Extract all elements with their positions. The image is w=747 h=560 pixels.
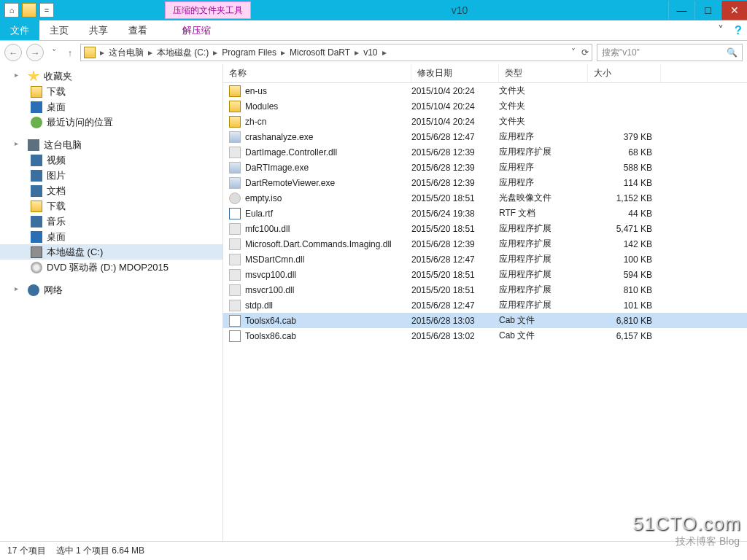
file-type: 应用程序扩展 xyxy=(499,268,588,281)
file-icon xyxy=(229,116,241,128)
file-row[interactable]: crashanalyze.exe2015/6/28 12:47应用程序379 K… xyxy=(223,129,747,144)
file-icon xyxy=(229,85,241,97)
file-size: 6,157 KB xyxy=(588,331,661,341)
file-date: 2015/5/20 18:51 xyxy=(411,285,499,295)
file-name: mfc100u.dll xyxy=(245,224,290,234)
file-row[interactable]: Eula.rtf2015/6/24 19:38RTF 文档44 KB xyxy=(223,206,747,221)
file-name: DaRTImage.exe xyxy=(245,163,309,173)
close-button[interactable]: ✕ xyxy=(721,1,747,20)
file-row[interactable]: en-us2015/10/4 20:24文件夹 xyxy=(223,83,747,98)
search-box[interactable]: 搜索"v10" 🔍 xyxy=(597,44,743,61)
col-type[interactable]: 类型 xyxy=(499,64,588,82)
titlebar: ⌂ = 压缩的文件夹工具 v10 — □ ✕ xyxy=(0,0,747,20)
folder-icon xyxy=(31,201,42,212)
documents-icon xyxy=(31,185,42,197)
file-row[interactable]: empty.iso2015/5/20 18:51光盘映像文件1,152 KB xyxy=(223,190,747,206)
file-row[interactable]: Microsoft.Dart.Commands.Imaging.dll2015/… xyxy=(223,236,747,252)
file-row[interactable]: stdp.dll2015/6/28 12:47应用程序扩展101 KB xyxy=(223,298,747,313)
file-icon xyxy=(229,269,241,281)
history-dropdown[interactable]: ˅ xyxy=(48,44,60,61)
file-size: 44 KB xyxy=(588,209,661,219)
file-icon xyxy=(229,284,241,296)
file-type: 应用程序 xyxy=(499,161,588,174)
back-button[interactable]: ← xyxy=(4,44,22,61)
nav-thispc[interactable]: ▸这台电脑 xyxy=(0,137,222,152)
nav-downloads2[interactable]: 下载 xyxy=(0,198,222,214)
ribbon-tab-share[interactable]: 共享 xyxy=(79,20,118,40)
file-row[interactable]: msvcp100.dll2015/5/20 18:51应用程序扩展594 KB xyxy=(223,267,747,282)
col-name[interactable]: 名称 xyxy=(223,64,411,82)
file-row[interactable]: DartImage.Controller.dll2015/6/28 12:39应… xyxy=(223,144,747,160)
file-row[interactable]: msvcr100.dll2015/5/20 18:51应用程序扩展810 KB xyxy=(223,282,747,298)
ribbon: 文件 主页 共享 查看 解压缩 ˅ ? xyxy=(0,20,747,41)
desktop-icon xyxy=(31,231,42,243)
nav-network[interactable]: ▸网络 xyxy=(0,282,222,298)
file-type: 应用程序扩展 xyxy=(499,146,588,158)
address-bar[interactable]: ▸ 这台电脑▸ 本地磁盘 (C:)▸ Program Files▸ Micros… xyxy=(80,44,592,61)
file-date: 2015/6/28 12:39 xyxy=(411,163,499,173)
file-name: Toolsx64.cab xyxy=(245,316,296,326)
nav-desktop2[interactable]: 桌面 xyxy=(0,229,222,244)
breadcrumb-seg[interactable]: Program Files xyxy=(219,47,279,58)
file-size: 68 KB xyxy=(588,147,661,158)
file-size: 100 KB xyxy=(588,254,661,265)
ribbon-tab-home[interactable]: 主页 xyxy=(39,20,79,40)
address-dropdown-icon[interactable]: ˅ xyxy=(571,47,576,58)
file-icon xyxy=(229,192,241,204)
file-icon xyxy=(229,177,241,189)
qat-item[interactable]: = xyxy=(39,3,54,18)
qat-folder-icon[interactable] xyxy=(22,3,36,18)
nav-documents[interactable]: 文档 xyxy=(0,183,222,198)
file-type: 应用程序扩展 xyxy=(499,284,588,296)
file-name: Modules xyxy=(245,101,278,112)
file-row[interactable]: Toolsx86.cab2015/6/28 13:02Cab 文件6,157 K… xyxy=(223,328,747,343)
file-icon xyxy=(229,223,241,235)
help-button[interactable]: ? xyxy=(729,20,747,40)
refresh-icon[interactable]: ⟳ xyxy=(581,47,589,58)
file-row[interactable]: Toolsx64.cab2015/6/28 13:03Cab 文件6,810 K… xyxy=(223,313,747,328)
column-headers: 名称 修改日期 类型 大小 xyxy=(223,64,747,83)
qat-item[interactable]: ⌂ xyxy=(4,3,19,18)
minimize-button[interactable]: — xyxy=(668,1,694,20)
nav-dvd[interactable]: DVD 驱动器 (D:) MDOP2015 xyxy=(0,260,222,275)
breadcrumb-seg[interactable]: Microsoft DaRT xyxy=(287,47,353,58)
nav-music[interactable]: 音乐 xyxy=(0,214,222,229)
file-tab[interactable]: 文件 xyxy=(0,20,39,40)
col-size[interactable]: 大小 xyxy=(588,64,661,82)
ribbon-tab-view[interactable]: 查看 xyxy=(118,20,158,40)
nav-drive-c[interactable]: 本地磁盘 (C:) xyxy=(0,244,222,260)
nav-videos[interactable]: 视频 xyxy=(0,152,222,168)
maximize-button[interactable]: □ xyxy=(694,1,721,20)
window-title: v10 xyxy=(251,4,668,16)
file-row[interactable]: DartRemoteViewer.exe2015/6/28 12:39应用程序1… xyxy=(223,175,747,190)
ribbon-tab-extract[interactable]: 解压缩 xyxy=(172,20,221,40)
file-date: 2015/5/20 18:51 xyxy=(411,224,499,234)
nav-downloads[interactable]: 下载 xyxy=(0,84,222,99)
file-date: 2015/5/20 18:51 xyxy=(411,270,499,280)
file-row[interactable]: DaRTImage.exe2015/6/28 12:39应用程序588 KB xyxy=(223,160,747,175)
col-date[interactable]: 修改日期 xyxy=(411,64,499,82)
nav-pictures[interactable]: 图片 xyxy=(0,168,222,183)
breadcrumb-seg[interactable]: 本地磁盘 (C:) xyxy=(154,47,212,59)
file-row[interactable]: zh-cn2015/10/4 20:24文件夹 xyxy=(223,114,747,129)
breadcrumb-seg[interactable]: v10 xyxy=(360,47,380,58)
breadcrumb-seg[interactable]: 这台电脑 xyxy=(106,47,147,59)
nav-desktop[interactable]: 桌面 xyxy=(0,99,222,114)
forward-button[interactable]: → xyxy=(26,44,44,61)
file-icon xyxy=(229,238,241,250)
file-row[interactable]: mfc100u.dll2015/5/20 18:51应用程序扩展5,471 KB xyxy=(223,221,747,236)
nav-favorites[interactable]: ▸收藏夹 xyxy=(0,69,222,84)
file-list: 名称 修改日期 类型 大小 en-us2015/10/4 20:24文件夹Mod… xyxy=(223,64,747,541)
file-type: 文件夹 xyxy=(499,85,588,97)
file-row[interactable]: MSDartCmn.dll2015/6/28 12:47应用程序扩展100 KB xyxy=(223,252,747,267)
file-name: Eula.rtf xyxy=(245,209,273,219)
file-date: 2015/6/28 12:47 xyxy=(411,300,499,311)
file-type: 应用程序扩展 xyxy=(499,253,588,265)
file-name: Toolsx86.cab xyxy=(245,331,296,341)
ribbon-collapse-icon[interactable]: ˅ xyxy=(712,20,729,40)
file-date: 2015/10/4 20:24 xyxy=(411,101,499,112)
nav-recent[interactable]: 最近访问的位置 xyxy=(0,114,222,130)
file-icon xyxy=(229,300,241,311)
file-row[interactable]: Modules2015/10/4 20:24文件夹 xyxy=(223,98,747,114)
up-button[interactable]: ↑ xyxy=(64,44,76,61)
